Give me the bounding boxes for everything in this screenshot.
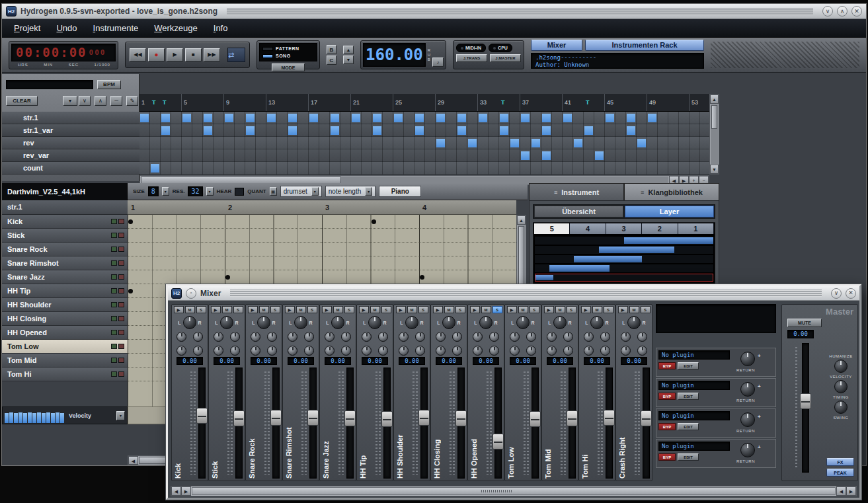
song-cell[interactable] (637, 162, 647, 174)
instrument-row-stick[interactable]: Stick (2, 229, 128, 243)
jack-master-button[interactable]: J.MASTER (490, 54, 521, 62)
song-cell[interactable] (626, 149, 637, 162)
instrument-row-hh-closing[interactable]: HH Closing (2, 312, 128, 326)
song-mode-led[interactable] (262, 54, 273, 58)
song-cell[interactable] (214, 124, 224, 137)
song-cell[interactable] (436, 162, 446, 174)
fx-send-knob-3[interactable] (621, 346, 631, 356)
song-cell[interactable] (245, 112, 256, 124)
timeline-bpm-button[interactable]: BPM (97, 80, 121, 89)
beat-counter-b-button[interactable]: B (327, 45, 336, 54)
scroll-thumb[interactable] (711, 105, 717, 129)
pan-knob[interactable] (220, 316, 233, 329)
velocity-bar[interactable] (60, 413, 64, 423)
song-cell[interactable] (414, 137, 425, 149)
timeline-label-13[interactable]: 13 (266, 94, 309, 112)
song-cell[interactable] (584, 162, 594, 174)
stop-button[interactable]: ■ (185, 48, 202, 61)
song-cell[interactable] (266, 112, 277, 124)
fast-forward-button[interactable]: ▶▶ (204, 48, 220, 61)
pattern-row-str-1[interactable]: str.1 (2, 112, 139, 124)
song-cell[interactable] (615, 112, 626, 124)
bpm-down-button[interactable]: ▼ (343, 56, 354, 64)
timeline-label-45[interactable]: 45 (605, 94, 647, 112)
scroll-right-button[interactable]: ▶ (846, 486, 856, 496)
song-cell[interactable] (615, 149, 626, 162)
instrument-row-tom-hi[interactable]: Tom Hi (2, 368, 128, 381)
song-cell[interactable] (266, 149, 277, 162)
song-cell[interactable] (383, 149, 393, 162)
menu-item-werkzeuge[interactable]: Werkzeuge (147, 21, 204, 35)
song-cell[interactable] (404, 149, 414, 162)
pattern-size-lcd[interactable]: 8 (148, 186, 159, 196)
pan-knob[interactable] (553, 316, 567, 329)
song-cell[interactable] (288, 124, 298, 137)
song-cell[interactable] (584, 149, 594, 162)
song-cell[interactable] (658, 149, 668, 162)
song-cell[interactable] (245, 137, 256, 149)
fx-send-knob-1[interactable] (177, 332, 186, 342)
fx-send-knob-4[interactable] (526, 346, 536, 356)
fx-send-knob-2[interactable] (563, 332, 573, 342)
pattern-grid-row[interactable] (128, 256, 516, 270)
song-cell[interactable] (298, 149, 309, 162)
fx-return-knob[interactable] (740, 382, 755, 397)
song-cell[interactable] (467, 124, 478, 137)
song-cell[interactable] (594, 124, 605, 137)
clear-pattern-sequence-button[interactable]: CLEAR (6, 96, 38, 106)
mixer-hscroll[interactable]: ◀ ▶ ◀ ▶ (171, 486, 857, 496)
fx-send-knob-4[interactable] (452, 346, 462, 356)
song-tool-button-2[interactable]: ∨ (79, 96, 91, 106)
humanize-timing-knob[interactable] (834, 380, 848, 393)
song-cell[interactable] (171, 162, 182, 174)
timeline-label-5[interactable]: 5 (182, 94, 224, 112)
instrument-mute-led[interactable] (111, 288, 117, 293)
quantize-toggle[interactable]: ▦ (270, 187, 277, 196)
song-cell[interactable] (446, 112, 457, 124)
song-cell[interactable] (393, 124, 404, 137)
song-cell[interactable] (510, 124, 520, 137)
pan-knob[interactable] (405, 316, 418, 329)
song-cell[interactable] (298, 137, 309, 149)
menu-item-projekt[interactable]: Projekt (7, 21, 47, 35)
instrument-mute-led[interactable] (111, 358, 117, 363)
tempo-marker[interactable]: T (152, 94, 156, 112)
velocity-bar[interactable] (28, 412, 32, 423)
instrument-mute-led[interactable] (111, 219, 117, 224)
song-cell[interactable] (531, 124, 541, 137)
song-cell[interactable] (192, 137, 203, 149)
song-cell[interactable] (647, 162, 658, 174)
song-cell[interactable] (351, 137, 362, 149)
velocity-bar[interactable] (14, 413, 18, 423)
note[interactable] (128, 289, 133, 293)
song-cell[interactable] (139, 124, 150, 137)
channel-solo-button[interactable]: S (530, 306, 539, 313)
song-cell[interactable] (637, 137, 647, 149)
channel-play-button[interactable]: ▶ (433, 306, 443, 313)
song-cell[interactable] (150, 112, 161, 124)
record-button[interactable]: ● (148, 48, 165, 61)
song-cell[interactable] (605, 149, 615, 162)
fx-send-knob-1[interactable] (510, 332, 520, 342)
instrument-row-snare-rimshot[interactable]: Snare Rimshot (2, 256, 128, 270)
song-cell[interactable] (340, 137, 351, 149)
song-cell[interactable] (489, 124, 499, 137)
song-cell[interactable] (679, 124, 690, 137)
channel-mute-button[interactable]: M (444, 306, 454, 313)
song-tool-button-4[interactable]: ─ (110, 96, 122, 106)
fx-send-knob-3[interactable] (362, 346, 372, 356)
timeline-label-33[interactable]: 33 (478, 94, 520, 112)
fx-send-knob-4[interactable] (230, 346, 240, 356)
song-cell[interactable] (224, 149, 235, 162)
pan-knob[interactable] (479, 316, 493, 329)
song-cell[interactable] (700, 112, 709, 124)
song-cell[interactable] (563, 162, 573, 174)
song-cell[interactable] (520, 162, 531, 174)
play-button[interactable]: ▶ (167, 48, 183, 61)
song-cell[interactable] (372, 137, 383, 149)
timeline-label-37[interactable]: 37 (520, 94, 563, 112)
pattern-grid-row[interactable] (128, 243, 516, 256)
song-cell[interactable] (288, 162, 298, 174)
drumset-dropdown-icon[interactable]: ▾ (311, 187, 319, 196)
song-cell[interactable] (404, 112, 414, 124)
